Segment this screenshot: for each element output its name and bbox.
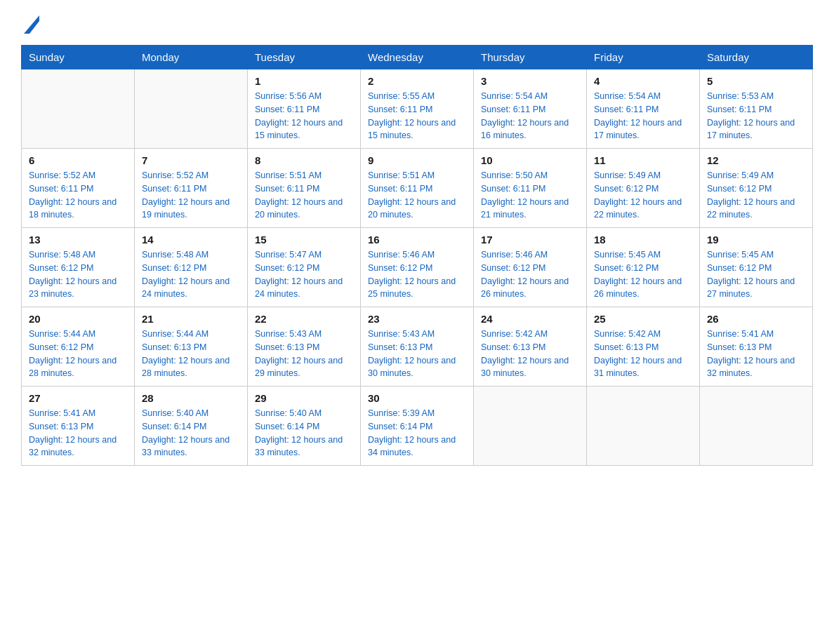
calendar-header: SundayMondayTuesdayWednesdayThursdayFrid… [22,46,813,69]
day-number: 28 [142,392,240,404]
day-cell [587,387,700,466]
day-number: 10 [481,154,579,166]
day-info: Sunrise: 5:42 AMSunset: 6:13 PMDaylight:… [594,328,692,380]
day-info: Sunrise: 5:49 AMSunset: 6:12 PMDaylight:… [707,169,805,222]
day-number: 24 [481,313,579,325]
header-cell-wednesday: Wednesday [361,46,474,69]
day-cell: 19Sunrise: 5:45 AMSunset: 6:12 PMDayligh… [700,228,813,307]
day-info: Sunrise: 5:52 AMSunset: 6:11 PMDaylight:… [142,169,240,222]
day-number: 6 [29,154,127,166]
week-row: 1Sunrise: 5:56 AMSunset: 6:11 PMDaylight… [22,69,813,149]
day-cell: 6Sunrise: 5:52 AMSunset: 6:11 PMDaylight… [22,149,135,228]
header-cell-monday: Monday [135,46,248,69]
day-info: Sunrise: 5:45 AMSunset: 6:12 PMDaylight:… [707,248,805,301]
day-cell: 10Sunrise: 5:50 AMSunset: 6:11 PMDayligh… [474,149,587,228]
day-cell: 22Sunrise: 5:43 AMSunset: 6:13 PMDayligh… [248,307,361,387]
day-cell: 15Sunrise: 5:47 AMSunset: 6:12 PMDayligh… [248,228,361,307]
day-cell: 20Sunrise: 5:44 AMSunset: 6:12 PMDayligh… [22,307,135,387]
day-info: Sunrise: 5:43 AMSunset: 6:13 PMDaylight:… [255,328,353,380]
day-info: Sunrise: 5:46 AMSunset: 6:12 PMDaylight:… [481,248,579,301]
day-cell: 30Sunrise: 5:39 AMSunset: 6:14 PMDayligh… [361,387,474,466]
day-number: 27 [29,392,127,404]
day-number: 1 [255,75,353,87]
header-cell-sunday: Sunday [22,46,135,69]
day-cell: 29Sunrise: 5:40 AMSunset: 6:14 PMDayligh… [248,387,361,466]
day-number: 3 [481,75,579,87]
day-cell: 28Sunrise: 5:40 AMSunset: 6:14 PMDayligh… [135,387,248,466]
day-info: Sunrise: 5:55 AMSunset: 6:11 PMDaylight:… [368,90,466,142]
day-info: Sunrise: 5:56 AMSunset: 6:11 PMDaylight:… [255,90,353,142]
header-row: SundayMondayTuesdayWednesdayThursdayFrid… [22,46,813,69]
week-row: 27Sunrise: 5:41 AMSunset: 6:13 PMDayligh… [22,387,813,466]
day-cell: 13Sunrise: 5:48 AMSunset: 6:12 PMDayligh… [22,228,135,307]
day-cell: 23Sunrise: 5:43 AMSunset: 6:13 PMDayligh… [361,307,474,387]
day-info: Sunrise: 5:40 AMSunset: 6:14 PMDaylight:… [142,407,240,459]
day-number: 23 [368,313,466,325]
day-info: Sunrise: 5:43 AMSunset: 6:13 PMDaylight:… [368,328,466,380]
logo [21,14,39,31]
day-number: 19 [707,234,805,246]
day-cell: 21Sunrise: 5:44 AMSunset: 6:13 PMDayligh… [135,307,248,387]
day-number: 7 [142,154,240,166]
day-number: 18 [594,234,692,246]
day-cell: 2Sunrise: 5:55 AMSunset: 6:11 PMDaylight… [361,69,474,149]
day-info: Sunrise: 5:52 AMSunset: 6:11 PMDaylight:… [29,169,127,222]
day-info: Sunrise: 5:50 AMSunset: 6:11 PMDaylight:… [481,169,579,222]
day-info: Sunrise: 5:42 AMSunset: 6:13 PMDaylight:… [481,328,579,380]
day-number: 25 [594,313,692,325]
day-info: Sunrise: 5:41 AMSunset: 6:13 PMDaylight:… [29,407,127,459]
day-number: 22 [255,313,353,325]
day-cell: 5Sunrise: 5:53 AMSunset: 6:11 PMDaylight… [700,69,813,149]
calendar-table: SundayMondayTuesdayWednesdayThursdayFrid… [21,45,813,466]
day-cell: 11Sunrise: 5:49 AMSunset: 6:12 PMDayligh… [587,149,700,228]
day-info: Sunrise: 5:40 AMSunset: 6:14 PMDaylight:… [255,407,353,459]
day-number: 4 [594,75,692,87]
day-cell [474,387,587,466]
day-number: 16 [368,234,466,246]
day-number: 5 [707,75,805,87]
day-cell: 14Sunrise: 5:48 AMSunset: 6:12 PMDayligh… [135,228,248,307]
day-info: Sunrise: 5:46 AMSunset: 6:12 PMDaylight:… [368,248,466,301]
day-cell: 16Sunrise: 5:46 AMSunset: 6:12 PMDayligh… [361,228,474,307]
day-info: Sunrise: 5:51 AMSunset: 6:11 PMDaylight:… [368,169,466,222]
week-row: 13Sunrise: 5:48 AMSunset: 6:12 PMDayligh… [22,228,813,307]
header-cell-friday: Friday [587,46,700,69]
day-info: Sunrise: 5:53 AMSunset: 6:11 PMDaylight:… [707,90,805,142]
day-cell: 18Sunrise: 5:45 AMSunset: 6:12 PMDayligh… [587,228,700,307]
day-cell [700,387,813,466]
day-number: 29 [255,392,353,404]
day-cell: 8Sunrise: 5:51 AMSunset: 6:11 PMDaylight… [248,149,361,228]
day-number: 11 [594,154,692,166]
day-info: Sunrise: 5:54 AMSunset: 6:11 PMDaylight:… [481,90,579,142]
day-cell: 26Sunrise: 5:41 AMSunset: 6:13 PMDayligh… [700,307,813,387]
day-info: Sunrise: 5:39 AMSunset: 6:14 PMDaylight:… [368,407,466,459]
day-cell: 12Sunrise: 5:49 AMSunset: 6:12 PMDayligh… [700,149,813,228]
day-number: 17 [481,234,579,246]
day-number: 26 [707,313,805,325]
day-info: Sunrise: 5:49 AMSunset: 6:12 PMDaylight:… [594,169,692,222]
day-info: Sunrise: 5:44 AMSunset: 6:12 PMDaylight:… [29,328,127,380]
week-row: 6Sunrise: 5:52 AMSunset: 6:11 PMDaylight… [22,149,813,228]
day-cell: 3Sunrise: 5:54 AMSunset: 6:11 PMDaylight… [474,69,587,149]
logo-triangle-icon [24,15,39,34]
day-info: Sunrise: 5:47 AMSunset: 6:12 PMDaylight:… [255,248,353,301]
day-info: Sunrise: 5:45 AMSunset: 6:12 PMDaylight:… [594,248,692,301]
day-info: Sunrise: 5:54 AMSunset: 6:11 PMDaylight:… [594,90,692,142]
day-cell: 7Sunrise: 5:52 AMSunset: 6:11 PMDaylight… [135,149,248,228]
day-cell: 27Sunrise: 5:41 AMSunset: 6:13 PMDayligh… [22,387,135,466]
header-cell-thursday: Thursday [474,46,587,69]
logo-line1 [21,14,39,34]
day-info: Sunrise: 5:41 AMSunset: 6:13 PMDaylight:… [707,328,805,380]
day-cell: 17Sunrise: 5:46 AMSunset: 6:12 PMDayligh… [474,228,587,307]
day-cell: 24Sunrise: 5:42 AMSunset: 6:13 PMDayligh… [474,307,587,387]
day-info: Sunrise: 5:48 AMSunset: 6:12 PMDaylight:… [142,248,240,301]
day-cell: 9Sunrise: 5:51 AMSunset: 6:11 PMDaylight… [361,149,474,228]
day-number: 9 [368,154,466,166]
page-header [21,14,813,31]
header-cell-tuesday: Tuesday [248,46,361,69]
calendar-body: 1Sunrise: 5:56 AMSunset: 6:11 PMDaylight… [22,69,813,466]
week-row: 20Sunrise: 5:44 AMSunset: 6:12 PMDayligh… [22,307,813,387]
day-info: Sunrise: 5:48 AMSunset: 6:12 PMDaylight:… [29,248,127,301]
day-number: 13 [29,234,127,246]
day-number: 14 [142,234,240,246]
